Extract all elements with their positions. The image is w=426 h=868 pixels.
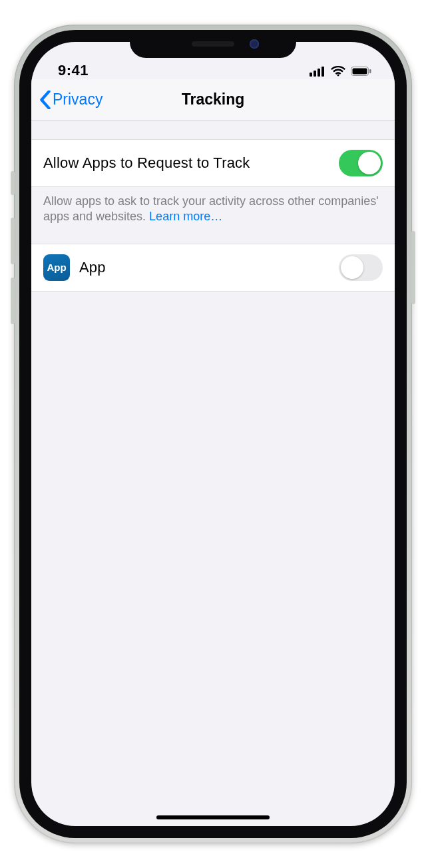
device-frame: 9:41 Privacy Tr <box>14 25 412 843</box>
status-time: 9:41 <box>58 62 89 79</box>
mute-switch <box>11 171 15 195</box>
screen: 9:41 Privacy Tr <box>31 42 395 826</box>
toggle-knob <box>341 256 363 279</box>
volume-down-button <box>11 278 15 324</box>
wifi-icon <box>331 66 345 79</box>
svg-rect-2 <box>318 69 320 77</box>
cellular-icon <box>310 66 325 79</box>
svg-rect-0 <box>310 73 312 77</box>
learn-more-link[interactable]: Learn more… <box>149 210 222 223</box>
home-indicator[interactable] <box>156 815 270 819</box>
allow-apps-toggle[interactable] <box>339 150 383 176</box>
nav-bar: Privacy Tracking <box>31 79 395 120</box>
toggle-knob <box>358 152 381 174</box>
svg-rect-5 <box>353 69 367 75</box>
allow-apps-to-track-row: Allow Apps to Request to Track <box>31 139 395 187</box>
front-camera <box>250 39 259 49</box>
battery-icon <box>351 66 372 79</box>
svg-rect-3 <box>321 67 324 77</box>
chevron-left-icon <box>39 91 51 109</box>
svg-rect-6 <box>369 69 371 73</box>
power-button <box>411 231 415 304</box>
section-footer: Allow apps to ask to track your activity… <box>31 187 395 225</box>
notch <box>130 30 296 58</box>
back-label: Privacy <box>53 91 103 108</box>
back-button[interactable]: Privacy <box>39 91 103 109</box>
allow-apps-label: Allow Apps to Request to Track <box>43 154 250 172</box>
svg-rect-1 <box>314 71 316 77</box>
app-icon: App <box>43 254 70 281</box>
app-tracking-toggle[interactable] <box>339 254 383 281</box>
earpiece <box>192 41 234 47</box>
volume-up-button <box>11 218 15 264</box>
app-tracking-row: App App <box>31 244 395 292</box>
app-name-label: App <box>79 259 106 276</box>
